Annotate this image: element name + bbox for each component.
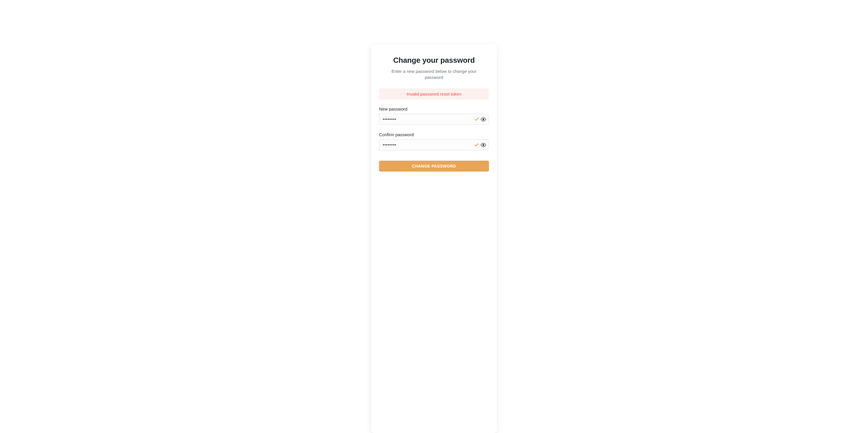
- svg-point-0: [483, 119, 484, 120]
- eye-icon[interactable]: [480, 117, 486, 122]
- new-password-input[interactable]: [379, 114, 489, 125]
- change-password-button[interactable]: CHANGE PASSWORD: [379, 161, 489, 172]
- page-title: Change your password: [379, 56, 489, 65]
- svg-point-1: [483, 144, 484, 146]
- change-password-card: Change your password Enter a new passwor…: [371, 44, 497, 433]
- page-subtitle: Enter a new password below to change you…: [379, 68, 489, 80]
- new-password-field-group: New password: [379, 106, 489, 125]
- check-icon: [474, 143, 479, 147]
- new-password-label: New password: [379, 106, 489, 112]
- new-password-input-wrapper: [379, 114, 489, 125]
- confirm-password-input[interactable]: [379, 140, 489, 150]
- confirm-password-input-wrapper: [379, 140, 489, 150]
- confirm-password-field-group: Confirm password: [379, 132, 489, 150]
- confirm-password-label: Confirm password: [379, 132, 489, 137]
- new-password-icons: [474, 117, 486, 122]
- confirm-password-icons: [474, 142, 486, 148]
- error-alert: Invalid password reset token: [379, 88, 489, 100]
- eye-icon[interactable]: [480, 142, 486, 148]
- check-icon: [474, 117, 479, 122]
